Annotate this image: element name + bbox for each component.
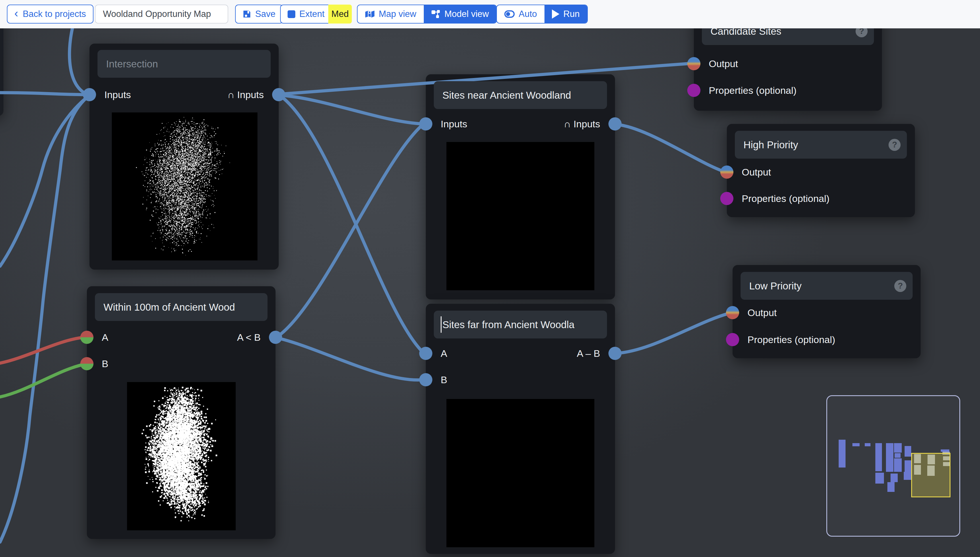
port-a[interactable]: [419, 347, 432, 360]
save-icon: [242, 10, 251, 18]
wire-top-source-to-intersection[interactable]: [69, 28, 88, 94]
wire-within100m-to-sites-near[interactable]: [277, 124, 423, 337]
node-sites-far-from-ancient-woodland[interactable]: Sites far from Ancient Woodla A B A – B: [426, 304, 615, 554]
port-label: Output: [748, 307, 777, 318]
minimap-node: [905, 446, 911, 457]
port-a-minus-b-output[interactable]: [608, 347, 622, 360]
minimap-node: [865, 443, 871, 446]
extent-button[interactable]: Extent: [280, 5, 332, 23]
map-view-button[interactable]: Map view: [358, 5, 424, 23]
minimap-node: [852, 443, 860, 446]
extent-resolution-badge[interactable]: Med: [328, 5, 352, 23]
node-sites-near-ancient-woodland[interactable]: Sites near Ancient Woodland Inputs ∩ Inp…: [426, 74, 615, 300]
auto-toggle-icon: [504, 10, 515, 18]
wire-within100m-to-sites-far-b[interactable]: [277, 338, 424, 380]
port-label: A < B: [237, 332, 261, 343]
back-to-projects-button[interactable]: ‹ Back to projects: [7, 5, 93, 23]
port-inputs[interactable]: [419, 117, 432, 130]
port-label: Output: [709, 58, 738, 69]
model-view-button[interactable]: Model view: [424, 5, 496, 23]
node-within-100m[interactable]: Within 100m of Ancient Wood A B A < B: [87, 286, 276, 539]
wire-sites-near-to-high-priority[interactable]: [617, 124, 724, 171]
chevron-left-icon: ‹: [14, 7, 18, 19]
project-title-input[interactable]: [95, 5, 228, 23]
node-title: Sites near Ancient Woodland: [442, 90, 571, 101]
layer-preview-image: [112, 112, 257, 261]
map-icon: [365, 10, 375, 18]
extent-icon: [288, 10, 295, 18]
minimap-node: [891, 474, 898, 482]
wire-left-source-to-intersection[interactable]: [0, 93, 88, 94]
minimap-node: [886, 443, 894, 453]
port-b[interactable]: [80, 357, 93, 370]
node-title: Intersection: [106, 58, 158, 70]
node-title-input[interactable]: Within 100m of Ancient Wood: [95, 293, 268, 321]
node-title: Low Priority: [749, 280, 802, 292]
port-label: Properties (optional): [709, 85, 796, 96]
minimap-viewport[interactable]: [911, 453, 951, 497]
model-editor-app: Intersection Inputs ∩ Inputs Within 100m…: [0, 0, 980, 557]
port-label: Output: [742, 167, 771, 178]
node-title-input[interactable]: Sites far from Ancient Woodla: [434, 311, 607, 339]
run-controls: Auto Run: [496, 5, 588, 23]
minimap-node: [887, 482, 895, 492]
node-intersection[interactable]: Intersection Inputs ∩ Inputs: [89, 44, 279, 270]
port-output[interactable]: [687, 57, 700, 70]
minimap-node: [839, 440, 845, 467]
run-button[interactable]: Run: [544, 5, 587, 23]
port-properties[interactable]: [720, 192, 733, 205]
minimap-node: [886, 463, 894, 472]
port-label: ∩ Inputs: [564, 119, 600, 130]
port-output[interactable]: [726, 306, 739, 319]
port-a-less-b-output[interactable]: [269, 331, 282, 344]
minimap-node: [904, 472, 911, 480]
wire-sites-far-to-low-priority[interactable]: [617, 313, 730, 353]
minimap-node: [886, 453, 894, 463]
port-intersection-output[interactable]: [608, 117, 622, 130]
toolbar: ‹ Back to projects Save Extent Med: [0, 0, 980, 28]
node-title: Sites far from Ancient Woodla: [442, 319, 574, 331]
wire-red-source-to-within100m-a[interactable]: [0, 337, 85, 363]
minimap-node: [905, 460, 911, 472]
port-output[interactable]: [720, 166, 733, 179]
port-intersection-output[interactable]: [272, 88, 285, 101]
node-title-input[interactable]: High Priority ?: [735, 131, 907, 159]
text-cursor: [441, 316, 442, 333]
node-title: Within 100m of Ancient Wood: [104, 301, 235, 313]
wire-intersection-to-sites-far-a[interactable]: [280, 96, 424, 353]
port-label: B: [441, 374, 447, 386]
layer-preview-image: [447, 399, 594, 547]
port-properties[interactable]: [726, 333, 739, 346]
port-a[interactable]: [80, 331, 93, 344]
minimap-node: [875, 443, 882, 471]
port-label: A – B: [577, 348, 600, 359]
minimap-node: [875, 473, 884, 484]
auto-toggle-button[interactable]: Auto: [497, 5, 544, 23]
node-low-priority[interactable]: Low Priority ? Output Properties (option…: [733, 265, 921, 358]
node-high-priority[interactable]: High Priority ? Output Properties (optio…: [727, 124, 915, 217]
node-title-input[interactable]: Intersection: [98, 50, 271, 78]
help-icon[interactable]: ?: [894, 280, 906, 292]
port-properties[interactable]: [687, 84, 700, 97]
node-title-input[interactable]: Sites near Ancient Woodland: [434, 81, 607, 109]
help-icon[interactable]: ?: [889, 139, 900, 151]
node-title: High Priority: [743, 139, 798, 151]
minimap-node: [895, 453, 900, 458]
port-label: Properties (optional): [748, 334, 835, 345]
layer-preview-image: [127, 382, 236, 530]
port-inputs[interactable]: [83, 88, 96, 101]
wire-intersection-to-left-source[interactable]: [0, 95, 89, 266]
minimap[interactable]: [826, 395, 960, 537]
minimap-node: [894, 443, 902, 453]
save-button[interactable]: Save: [235, 5, 283, 23]
port-b[interactable]: [419, 373, 432, 386]
wire-green-source-to-within100m-b[interactable]: [0, 364, 85, 397]
port-label: A: [102, 332, 108, 343]
view-toggle: Map view Model view: [357, 5, 497, 23]
model-icon: [431, 10, 440, 18]
minimap-node: [894, 458, 902, 472]
node-title-input[interactable]: Low Priority ?: [741, 272, 913, 300]
model-canvas[interactable]: Intersection Inputs ∩ Inputs Within 100m…: [0, 0, 980, 557]
port-label: Inputs: [104, 89, 131, 100]
minimap-node: [941, 450, 949, 452]
